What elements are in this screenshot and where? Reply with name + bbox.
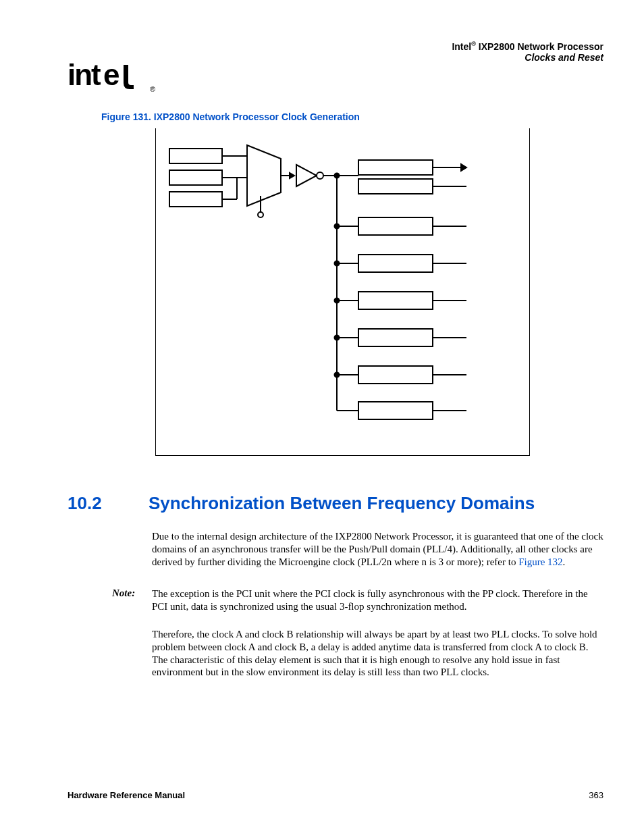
section-number: 10.2 [68, 493, 149, 514]
svg-point-9 [258, 212, 263, 217]
registered-mark: ® [471, 41, 476, 47]
intel-logo: int e ® [68, 61, 154, 99]
svg-rect-36 [358, 255, 433, 272]
paragraph-3: Therefore, the clock A and clock B relat… [152, 628, 603, 679]
intel-logo-svg: int e [68, 61, 149, 92]
p1-text-b: . [563, 556, 566, 567]
page-footer: Hardware Reference Manual 363 [68, 790, 603, 800]
header-brand: Intel [452, 41, 471, 52]
footer-title: Hardware Reference Manual [68, 790, 185, 800]
svg-marker-13 [290, 173, 294, 178]
note-label: Note: [112, 588, 135, 599]
header-subtitle: Clocks and Reset [452, 52, 603, 63]
svg-marker-14 [296, 165, 317, 186]
svg-rect-38 [358, 329, 433, 346]
logo-registered-mark: ® [150, 85, 154, 93]
svg-point-15 [317, 172, 323, 179]
section-title: Synchronization Between Frequency Domain… [149, 493, 535, 513]
svg-rect-39 [358, 366, 433, 384]
svg-marker-11 [247, 145, 281, 206]
header-line-1: Intel® IXP2800 Network Processor [452, 41, 603, 52]
page-container: Intel® IXP2800 Network Processor Clocks … [0, 0, 644, 834]
figure-132-link[interactable]: Figure 132 [518, 556, 562, 567]
svg-text:e: e [103, 61, 119, 91]
svg-rect-18 [358, 160, 433, 175]
running-header: Intel® IXP2800 Network Processor Clocks … [452, 41, 603, 63]
diagram-svg [156, 128, 531, 456]
section-heading: 10.2Synchronization Between Frequency Do… [68, 493, 603, 514]
svg-rect-3 [169, 170, 222, 185]
svg-rect-37 [358, 292, 433, 309]
clock-generation-diagram [155, 128, 530, 456]
svg-rect-40 [358, 402, 433, 419]
svg-rect-19 [358, 179, 433, 194]
page-number: 363 [589, 790, 603, 800]
svg-marker-21 [461, 164, 466, 171]
svg-text:int: int [68, 61, 101, 91]
figure-caption: Figure 131. IXP2800 Network Processor Cl… [101, 111, 360, 122]
svg-rect-4 [169, 192, 222, 207]
header-product: IXP2800 Network Processor [476, 41, 603, 52]
paragraph-note: The exception is the PCI unit where the … [152, 588, 603, 613]
paragraph-1: Due to the internal design architecture … [152, 530, 603, 568]
svg-rect-35 [358, 217, 433, 235]
svg-rect-2 [169, 149, 222, 163]
